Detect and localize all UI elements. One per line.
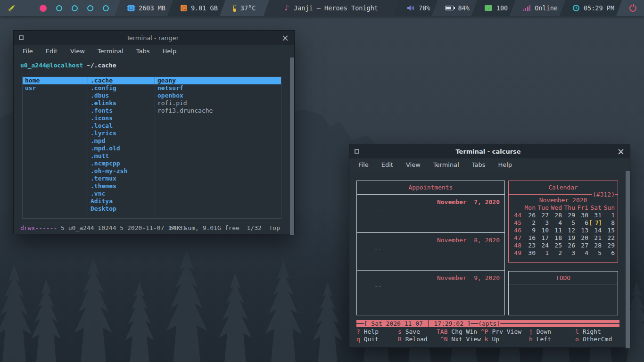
file-item-.ncmpcpp[interactable]: .ncmpcpp (88, 160, 155, 167)
calendar-day[interactable]: 30 (522, 249, 536, 257)
file-item-.termux[interactable]: .termux (88, 175, 155, 182)
volume-widget[interactable]: 70% (399, 0, 438, 16)
calendar-day[interactable]: 26 (562, 242, 575, 249)
file-item-usr[interactable]: usr (23, 84, 88, 92)
calendar-day[interactable]: 2 (522, 219, 536, 227)
calendar-day[interactable]: 5 (562, 219, 575, 227)
temperature-widget[interactable]: 37°C (225, 0, 264, 16)
menu-edit[interactable]: Edit (381, 161, 393, 168)
network-widget[interactable]: Online (515, 0, 565, 16)
calendar-day[interactable]: 29 (602, 242, 615, 249)
workspace-3[interactable] (72, 5, 78, 11)
workspace-4[interactable] (87, 5, 93, 11)
file-item-.mpd.old[interactable]: .mpd.old (88, 145, 155, 152)
file-item-.config[interactable]: .config (88, 84, 155, 92)
menu-file[interactable]: File (23, 48, 33, 55)
calendar-day[interactable]: 31 (588, 212, 602, 219)
file-item-rofi3.druncache[interactable]: rofi3.druncache (155, 107, 281, 115)
file-item-geany[interactable]: geany (155, 77, 281, 84)
ranger-scrollbar[interactable] (290, 58, 294, 235)
calendar-day[interactable]: 27 (536, 212, 549, 219)
file-item-openbox[interactable]: openbox (155, 92, 281, 99)
calendar-day[interactable]: 1 (602, 212, 615, 219)
calendar-day[interactable]: 13 (575, 227, 588, 234)
ranger-titlebar[interactable]: Terminal - ranger × (14, 31, 294, 45)
calendar-day[interactable]: 8 (602, 219, 615, 227)
launcher-segment[interactable] (0, 0, 120, 16)
calendar-day[interactable]: 2 (549, 249, 562, 257)
calendar-day[interactable]: 30 (575, 212, 588, 219)
file-item-.icons[interactable]: .icons (88, 115, 155, 122)
close-icon[interactable]: × (617, 147, 625, 156)
disk-widget[interactable]: 9.01 GB (173, 0, 225, 16)
menu-view[interactable]: View (406, 161, 421, 168)
calendar-day[interactable]: 4 (549, 219, 562, 227)
menu-tabs[interactable]: Tabs (136, 48, 150, 55)
file-item-.mpd[interactable]: .mpd (88, 137, 155, 145)
calendar-day[interactable]: 29 (562, 212, 575, 219)
workspace-1[interactable] (40, 5, 47, 12)
menu-edit[interactable]: Edit (46, 48, 58, 55)
menu-help[interactable]: Help (498, 161, 512, 168)
calendar-day[interactable]: 12 (562, 227, 575, 234)
calendar-day[interactable]: 25 (549, 242, 562, 249)
window-menu-icon[interactable] (355, 149, 359, 154)
calendar-day[interactable]: 14 (588, 227, 602, 234)
calendar-day[interactable]: 28 (549, 212, 562, 219)
menu-terminal[interactable]: Terminal (98, 48, 124, 55)
menu-terminal[interactable]: Terminal (433, 161, 459, 168)
calcurse-titlebar[interactable]: Terminal - calcurse × (349, 144, 630, 158)
file-item-home[interactable]: home (23, 77, 88, 84)
clock-widget[interactable]: 05:29 PM (565, 0, 622, 16)
file-item-Desktop[interactable]: Desktop (88, 205, 155, 213)
calendar-day[interactable]: 4 (575, 249, 588, 257)
calendar-day[interactable]: 15 (602, 227, 615, 234)
window-menu-icon[interactable] (19, 35, 24, 40)
memory-widget[interactable]: 2603 MB (120, 0, 173, 16)
calendar-day[interactable]: 6 (602, 249, 615, 257)
calendar-day[interactable]: 11 (549, 227, 562, 234)
calendar-day[interactable]: 1 (536, 249, 549, 257)
calendar-day[interactable]: 21 (588, 234, 602, 242)
now-playing-widget[interactable]: ♪ Janji – Heroes Tonight (284, 0, 378, 16)
file-item-.elinks[interactable]: .elinks (88, 99, 155, 107)
file-item-Aditya[interactable]: Aditya (88, 197, 155, 205)
file-item-rofi.pid[interactable]: rofi.pid (155, 99, 281, 107)
file-item-.themes[interactable]: .themes (88, 182, 155, 190)
calcurse-scrollbar[interactable] (626, 171, 630, 348)
calendar-day[interactable]: 23 (522, 242, 536, 249)
workspace-5[interactable] (103, 5, 109, 11)
file-item-netsurf[interactable]: netsurf (155, 84, 281, 92)
workspace-2[interactable] (56, 5, 62, 11)
calendar-day[interactable]: 16 (522, 234, 536, 242)
calendar-day[interactable]: 5 (588, 249, 602, 257)
calendar-day-today[interactable]: [ 7] (588, 219, 602, 227)
battery-widget[interactable]: 84% (438, 0, 477, 16)
file-item-.lyrics[interactable]: .lyrics (88, 130, 155, 137)
calendar-day[interactable]: 19 (562, 234, 575, 242)
file-item-.vnc[interactable]: .vnc (88, 190, 155, 197)
mail-widget[interactable]: 100 (477, 0, 515, 16)
calendar-day[interactable]: 27 (575, 242, 588, 249)
calendar-day[interactable]: 18 (549, 234, 562, 242)
calendar-day[interactable]: 3 (562, 249, 575, 257)
menu-file[interactable]: File (358, 161, 369, 168)
file-item-.oh-my-zsh[interactable]: .oh-my-zsh (88, 167, 155, 175)
menu-tabs[interactable]: Tabs (472, 161, 486, 168)
close-icon[interactable]: × (281, 33, 289, 42)
calendar-day[interactable]: 10 (536, 227, 549, 234)
calendar-day[interactable]: 17 (536, 234, 549, 242)
file-item-.cache[interactable]: .cache (88, 77, 155, 84)
file-item-.dbus[interactable]: .dbus (88, 92, 155, 99)
file-item-.fonts[interactable]: .fonts (88, 107, 155, 115)
menu-help[interactable]: Help (163, 48, 177, 55)
calendar-day[interactable]: 9 (522, 227, 536, 234)
calendar-day[interactable]: 28 (588, 242, 602, 249)
calendar-day[interactable]: 24 (536, 242, 549, 249)
calendar-day[interactable]: 3 (536, 219, 549, 227)
power-button[interactable] (622, 0, 644, 16)
calendar-day[interactable]: 26 (522, 212, 536, 219)
calendar-day[interactable]: 6 (575, 219, 588, 227)
file-item-.mutt[interactable]: .mutt (88, 152, 155, 160)
calendar-day[interactable]: 22 (602, 234, 615, 242)
